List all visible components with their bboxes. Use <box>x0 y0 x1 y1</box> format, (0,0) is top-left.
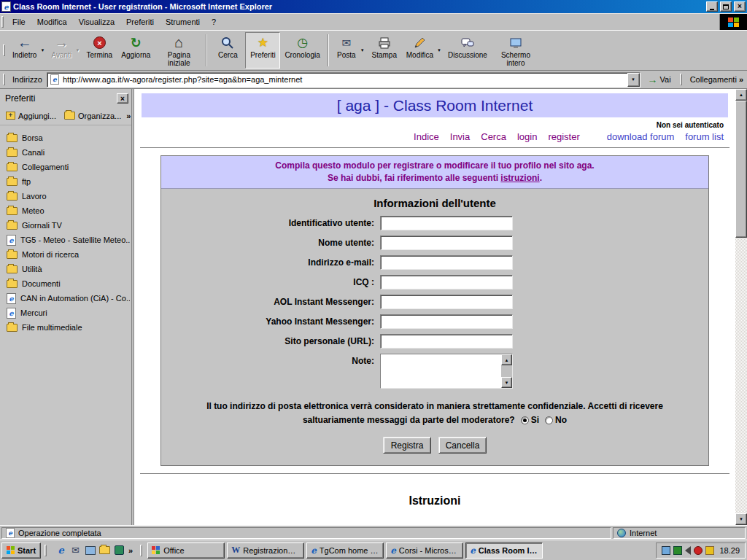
mail-quicklaunch-icon[interactable]: ✉ <box>70 545 81 556</box>
favorite-item[interactable]: eMercuri <box>1 306 130 320</box>
favorite-item[interactable]: ftp <box>1 174 130 189</box>
task-tgcom[interactable]: e TgCom home pag... <box>306 542 384 559</box>
textarea-scrollbar[interactable]: ▲ ▼ <box>501 354 512 388</box>
nav-invia[interactable]: Invia <box>450 131 470 142</box>
volume-tray-icon[interactable] <box>685 546 691 555</box>
title-bar[interactable]: e Class Room Internet - User registratio… <box>0 0 747 13</box>
taskbar-clock[interactable]: 18.29 <box>719 546 740 555</box>
discuss-button[interactable]: Discussione <box>444 32 492 69</box>
organize-favorites-button[interactable]: Organizza... <box>61 109 124 123</box>
task-classroom[interactable]: e Class Room In... <box>465 542 543 559</box>
task-corsi[interactable]: e Corsi - Microsoft In... <box>386 542 463 559</box>
menu-visualizza[interactable]: Visualizza <box>73 15 120 29</box>
registra-button[interactable]: Registra <box>383 437 431 454</box>
nav-register[interactable]: register <box>548 131 579 142</box>
edit-dropdown-icon[interactable]: ▼ <box>437 48 441 52</box>
go-button[interactable]: → Vai <box>643 71 676 88</box>
task-office[interactable]: Office <box>147 542 225 559</box>
scroll-down-button[interactable]: ▼ <box>735 513 747 525</box>
scroll-down-icon[interactable]: ▼ <box>501 377 512 388</box>
nav-indice[interactable]: Indice <box>414 131 439 142</box>
menu-strumenti[interactable]: Strumenti <box>160 15 206 29</box>
display-tray-icon[interactable] <box>662 546 670 555</box>
nav-cerca[interactable]: Cerca <box>481 131 506 142</box>
toolbar-grip[interactable] <box>3 44 5 56</box>
radio-no[interactable] <box>545 416 553 424</box>
menu-preferiti[interactable]: Preferiti <box>120 15 160 29</box>
address-grip[interactable] <box>3 74 5 85</box>
favorites-close-button[interactable]: × <box>117 93 128 104</box>
media-quicklaunch-icon[interactable] <box>114 545 125 556</box>
radio-no-label[interactable]: No <box>555 415 567 425</box>
nav-forum-list[interactable]: forum list <box>685 131 724 142</box>
yahoo-input[interactable] <box>380 314 513 329</box>
favorite-item[interactable]: Utilità <box>1 262 130 276</box>
quicklaunch-grip[interactable] <box>44 545 47 556</box>
links-chevron-icon[interactable]: » <box>739 75 743 84</box>
scroll-up-icon[interactable]: ▲ <box>501 354 512 365</box>
radio-si[interactable] <box>521 416 529 424</box>
cancella-button[interactable]: Cancella <box>438 437 487 454</box>
quicklaunch-chevron-icon[interactable]: » <box>128 546 133 555</box>
email-input[interactable] <box>380 255 513 270</box>
scrollbar-track[interactable] <box>735 101 747 513</box>
favorite-item[interactable]: Lavoro <box>1 189 130 203</box>
favorite-item[interactable]: eTG5 - Meteo - Satellite Meteo... <box>1 233 130 247</box>
menu-grip[interactable] <box>1 16 4 28</box>
favorites-overflow-chevron-icon[interactable]: » <box>126 112 131 120</box>
scroll-up-button[interactable]: ▲ <box>735 89 747 101</box>
back-dropdown-icon[interactable]: ▼ <box>40 48 44 52</box>
favorite-item[interactable]: Documenti <box>1 276 130 291</box>
home-button[interactable]: ⌂ Pagina iniziale <box>155 32 203 69</box>
antivirus-tray-icon[interactable] <box>694 546 703 555</box>
ie-quicklaunch-icon[interactable]: e <box>55 545 66 556</box>
istruzioni-link[interactable]: istruzioni <box>500 173 539 183</box>
vertical-scrollbar[interactable]: ▲ ▼ <box>735 89 747 525</box>
task-registrazione[interactable]: W Registrazione al c... <box>227 542 304 559</box>
address-dropdown-button[interactable]: ▼ <box>627 73 640 87</box>
favorite-item[interactable]: eCAN in Automation (CiA) - Co... <box>1 291 130 306</box>
favorites-button[interactable]: ★ Preferiti <box>245 32 280 69</box>
menu-file[interactable]: File <box>7 15 31 29</box>
tasks-grip[interactable] <box>140 545 142 556</box>
links-grip[interactable] <box>680 74 682 85</box>
radio-si-label[interactable]: Si <box>531 415 539 425</box>
scrollbar-thumb[interactable] <box>735 101 747 238</box>
show-desktop-icon[interactable] <box>85 545 96 556</box>
forward-dropdown-icon[interactable]: ▼ <box>75 48 80 52</box>
scheduler-tray-icon[interactable] <box>705 546 714 555</box>
back-button[interactable]: ← Indietro ▼ <box>8 32 47 69</box>
maximize-button[interactable] <box>720 1 732 12</box>
favorite-item[interactable]: File multimediale <box>1 320 130 335</box>
folder-quicklaunch-icon[interactable] <box>99 545 110 556</box>
favorite-item[interactable]: Giornali TV <box>1 218 130 233</box>
favorite-item[interactable]: Collegamenti <box>1 160 130 174</box>
forward-button[interactable]: → Avanti ▼ <box>47 32 82 69</box>
close-button[interactable]: × <box>734 1 746 12</box>
favorite-item[interactable]: Meteo <box>1 203 130 218</box>
note-textarea[interactable]: ▲ ▼ <box>380 354 513 389</box>
icq-input[interactable] <box>380 275 513 289</box>
add-favorite-button[interactable]: + Aggiungi... <box>3 109 59 123</box>
menu-modifica[interactable]: Modifica <box>31 15 73 29</box>
aim-input[interactable] <box>380 295 513 309</box>
menu-help[interactable]: ? <box>206 15 222 29</box>
search-button[interactable]: Cerca <box>210 32 245 69</box>
nav-download-forum[interactable]: download forum <box>607 131 675 142</box>
history-button[interactable]: ◷ Cronologia <box>280 32 324 69</box>
user-id-input[interactable] <box>380 216 513 230</box>
address-input[interactable]: e http://www.aga.it/w-agora/register.php… <box>47 72 640 88</box>
edit-button[interactable]: Modifica ▼ <box>402 32 444 69</box>
links-bar[interactable]: Collegamenti » <box>688 75 746 84</box>
user-name-input[interactable] <box>380 236 513 250</box>
nav-login[interactable]: login <box>517 131 537 142</box>
minimize-button[interactable] <box>706 1 718 12</box>
mail-button[interactable]: ✉ Posta ▼ <box>332 32 367 69</box>
mail-dropdown-icon[interactable]: ▼ <box>360 48 365 52</box>
note-textarea-input[interactable] <box>381 354 501 388</box>
start-button[interactable]: Start <box>1 542 41 559</box>
fullscreen-button[interactable]: Schermo intero <box>492 32 540 69</box>
network-tray-icon[interactable] <box>673 546 682 555</box>
personal-url-input[interactable] <box>380 334 513 349</box>
favorite-item[interactable]: Canali <box>1 145 130 160</box>
